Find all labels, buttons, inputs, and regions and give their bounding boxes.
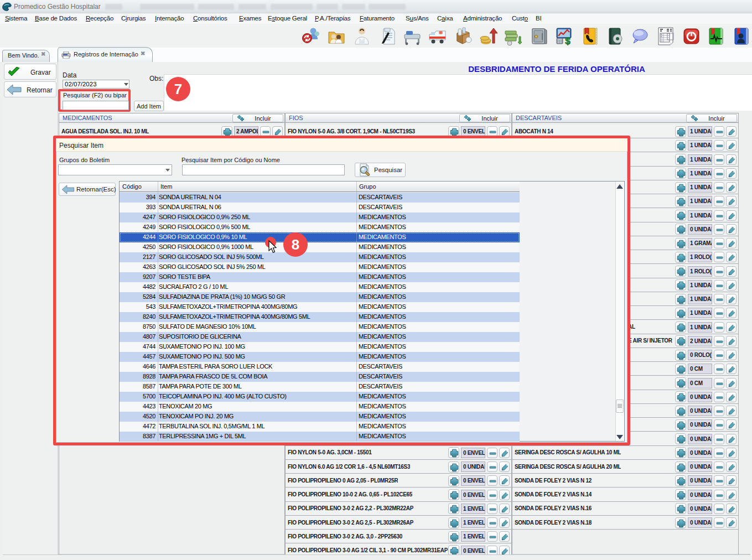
svg-text:$: $ — [565, 36, 571, 46]
